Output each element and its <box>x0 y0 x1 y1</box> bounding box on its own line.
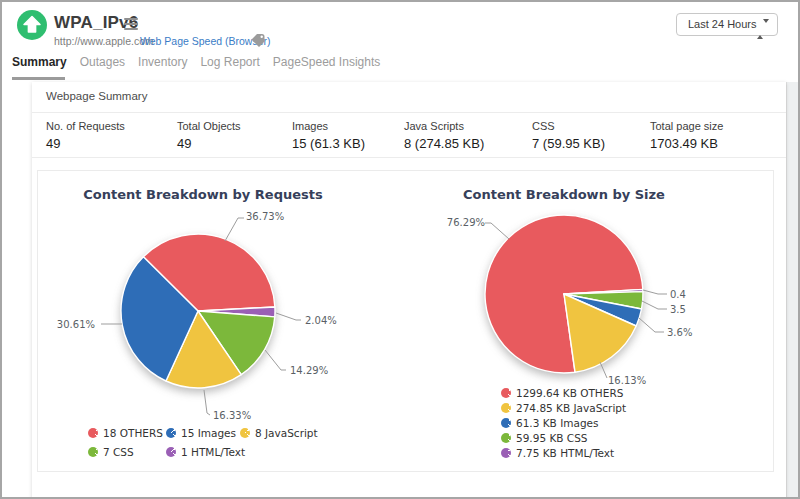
percent-callout: 3.5 <box>670 304 686 315</box>
pie-legend-icon <box>501 403 511 413</box>
stat-no-of-requests: No. of Requests 49 <box>46 120 125 151</box>
tab-outages[interactable]: Outages <box>80 55 125 69</box>
callout-line <box>276 313 301 320</box>
percent-callout: 3.6% <box>667 327 692 338</box>
pie-legend-icon <box>501 433 511 443</box>
tab-log-report[interactable]: Log Report <box>200 55 259 69</box>
up-arrow-icon <box>17 10 47 40</box>
legend-label: 61.3 KB Images <box>516 417 599 429</box>
callout-line <box>265 350 286 370</box>
time-range-select[interactable]: Last 24 Hours <box>676 13 778 36</box>
callout-line <box>639 318 664 332</box>
pie-legend-icon <box>166 428 176 438</box>
stat-label: Total page size <box>650 120 723 132</box>
app-window: WPA_IPv6 http://www.apple.com Web Page S… <box>0 0 800 499</box>
stat-total-objects: Total Objects 49 <box>177 120 241 151</box>
pie-legend-icon <box>501 418 511 428</box>
stat-label: Total Objects <box>177 120 241 132</box>
callout-line <box>225 218 244 241</box>
pie-charts-svg <box>38 171 773 471</box>
callout-line <box>642 301 667 309</box>
stat-label: Images <box>292 120 365 132</box>
content-panel: Webpage Summary No. of Requests 49 Total… <box>32 82 786 499</box>
percent-callout: 2.04% <box>305 315 337 326</box>
legend-item[interactable]: 7.75 KB HTML/Text <box>501 447 614 459</box>
stat-javascripts: Java Scripts 8 (274.85 KB) <box>404 120 484 151</box>
pie-legend-icon <box>501 388 511 398</box>
legend-item[interactable]: 8 JavaScript <box>240 427 318 439</box>
pie-legend-icon <box>240 428 250 438</box>
pie-legend-icon <box>88 447 98 457</box>
legend-label: 7 CSS <box>103 446 134 458</box>
legend-label: 15 Images <box>181 427 236 439</box>
percent-callout: 16.33% <box>213 410 251 421</box>
stat-value: 49 <box>177 136 241 151</box>
legend-item[interactable]: 7 CSS <box>88 446 134 458</box>
legend-item[interactable]: 59.95 KB CSS <box>501 432 588 444</box>
stat-label: Java Scripts <box>404 120 484 132</box>
legend-label: 18 OTHERS <box>103 427 163 439</box>
percent-callout: 14.29% <box>290 365 328 376</box>
pie-legend-icon <box>88 428 98 438</box>
section-title: Webpage Summary <box>46 90 147 102</box>
legend-item[interactable]: 18 OTHERS <box>88 427 163 439</box>
legend-item[interactable]: 61.3 KB Images <box>501 417 599 429</box>
stat-value: 7 (59.95 KB) <box>532 136 605 151</box>
stat-value: 1703.49 KB <box>650 136 723 151</box>
percent-callout: 76.29% <box>428 217 485 228</box>
percent-callout: 0.4 <box>670 289 686 300</box>
hamburger-menu-icon[interactable] <box>124 18 138 33</box>
select-arrows-icon <box>757 19 769 40</box>
tag-icon[interactable] <box>250 33 266 52</box>
stat-value: 15 (61.3 KB) <box>292 136 365 151</box>
tab-bar: Summary Outages Inventory Log Report Pag… <box>12 55 380 69</box>
stat-images: Images 15 (61.3 KB) <box>292 120 365 151</box>
stat-value: 49 <box>46 136 125 151</box>
legend-label: 274.85 KB JavaScript <box>516 402 626 414</box>
legend-label: 1299.64 KB OTHERS <box>516 387 623 399</box>
legend-label: 1 HTML/Text <box>181 446 245 458</box>
stat-label: CSS <box>532 120 605 132</box>
callout-line <box>485 223 509 239</box>
percent-callout: 30.61% <box>38 319 95 330</box>
tab-pagespeed-insights[interactable]: PageSpeed Insights <box>273 55 380 69</box>
monitor-url: http://www.apple.com <box>54 35 154 47</box>
legend-label: 8 JavaScript <box>255 427 318 439</box>
callout-line <box>643 290 667 294</box>
active-tab-underline <box>12 77 65 80</box>
tab-inventory[interactable]: Inventory <box>138 55 187 69</box>
legend-label: 59.95 KB CSS <box>516 432 588 444</box>
callout-line <box>204 390 210 415</box>
stat-css: CSS 7 (59.95 KB) <box>532 120 605 151</box>
legend-item[interactable]: 1299.64 KB OTHERS <box>501 387 623 399</box>
percent-callout: 16.13% <box>608 375 646 386</box>
pie-legend-icon <box>166 447 176 457</box>
monitor-status-icon <box>17 10 47 40</box>
legend-item[interactable]: 274.85 KB JavaScript <box>501 402 626 414</box>
requests-pie[interactable] <box>121 234 275 388</box>
percent-callout: 36.73% <box>246 211 284 222</box>
stat-value: 8 (274.85 KB) <box>404 136 484 151</box>
divider <box>32 157 786 158</box>
legend-item[interactable]: 15 Images <box>166 427 236 439</box>
stat-total-page-size: Total page size 1703.49 KB <box>650 120 723 151</box>
time-range-value: Last 24 Hours <box>688 18 756 30</box>
pie-legend-icon <box>501 448 511 458</box>
charts-box: Content Breakdown by Requests Content Br… <box>37 170 774 472</box>
divider <box>32 112 786 113</box>
tab-summary[interactable]: Summary <box>12 55 67 69</box>
stat-label: No. of Requests <box>46 120 125 132</box>
callout-line <box>600 362 607 378</box>
scrollbar-track[interactable] <box>786 82 799 499</box>
legend-label: 7.75 KB HTML/Text <box>516 447 614 459</box>
legend-item[interactable]: 1 HTML/Text <box>166 446 245 458</box>
